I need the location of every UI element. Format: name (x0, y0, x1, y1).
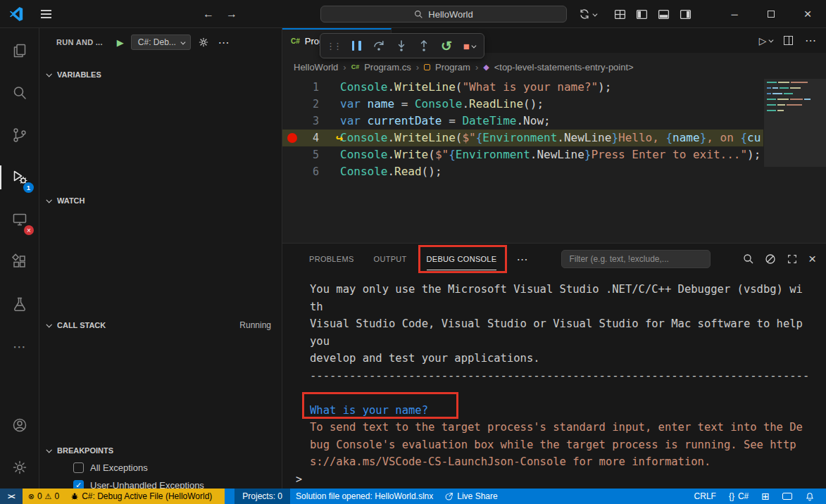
language-indicator[interactable]: {} C# (723, 489, 754, 504)
console-input[interactable]: > (282, 470, 826, 489)
tab-debug-console[interactable]: DEBUG CONSOLE (417, 244, 507, 275)
activity-search[interactable] (0, 72, 39, 114)
pause-button[interactable] (346, 36, 367, 56)
activity-more-views[interactable]: ⋯ (0, 325, 39, 367)
sidebar-title: RUN AND ... (56, 38, 103, 46)
status-screen-icon[interactable] (777, 489, 798, 504)
start-debug-button[interactable]: ▶ (117, 37, 124, 48)
debug-settings-gear-icon[interactable] (198, 37, 209, 48)
close-button[interactable]: × (789, 0, 826, 28)
debug-status-label: C#: Debug Active File (HelloWorld) (82, 491, 212, 501)
minimap[interactable] (764, 79, 826, 243)
search-icon[interactable] (743, 253, 754, 265)
remote-indicator[interactable]: >< (0, 489, 23, 504)
status-bell-icon[interactable] (799, 489, 820, 504)
menu-hamburger-icon[interactable] (41, 10, 51, 18)
search-icon (414, 10, 423, 19)
maximize-button[interactable] (753, 0, 789, 28)
activity-testing[interactable] (0, 283, 39, 325)
checkbox-user-unhandled[interactable]: ✓ (73, 480, 84, 489)
debug-status-group: ⊗ 0 ⚠ 0 C#: Debug Active File (HelloWorl… (23, 489, 225, 504)
checkbox-all-exceptions[interactable]: ✓ (73, 462, 84, 473)
activity-extensions[interactable] (0, 241, 39, 283)
toggle-panel-icon[interactable] (658, 8, 670, 20)
sync-icon[interactable] (579, 0, 596, 28)
error-badge: × (24, 225, 34, 235)
solution-status[interactable]: Solution file opened: HelloWorld.slnx (290, 489, 439, 504)
activity-source-control[interactable] (0, 114, 39, 156)
back-arrow-button[interactable]: ← (199, 0, 218, 28)
call-stack-section-header[interactable]: CALL STACK Running (39, 317, 282, 333)
command-center-search[interactable]: HelloWorld (320, 6, 567, 23)
status-bar-right: CRLF {} C# ⊞ (689, 489, 826, 504)
layout-controls (614, 0, 692, 28)
variables-section-header[interactable]: VARIABLES (39, 67, 282, 82)
status-grid-icon[interactable]: ⊞ (756, 489, 775, 504)
code-lines[interactable]: 1Console.WriteLine("What is your name?")… (282, 79, 763, 180)
step-into-button[interactable] (391, 36, 412, 56)
error-count: 0 (37, 491, 42, 501)
activity-run-and-debug[interactable]: 1 (0, 156, 39, 199)
debug-config-label: C#: Deb... (138, 37, 176, 47)
beaker-icon (11, 296, 28, 313)
code-line-6[interactable]: 6Console.Read(); (282, 163, 763, 180)
activity-settings[interactable] (0, 446, 39, 489)
minimap-code-preview (764, 79, 826, 111)
toggle-secondary-sidebar-icon[interactable] (680, 8, 692, 20)
breakpoint-dot[interactable] (287, 133, 297, 143)
editor-group: C# Program.cs ▷ ⋯ HelloWorld › C# Progra… (282, 28, 826, 243)
drag-handle-icon[interactable]: ⋮⋮ (326, 41, 340, 51)
gear-icon (11, 459, 28, 476)
forward-arrow-button[interactable]: → (222, 0, 242, 28)
panel-more-icon[interactable]: ⋯ (516, 253, 527, 266)
code-line-2[interactable]: 2var name = Console.ReadLine(); (282, 96, 763, 113)
breadcrumb-file[interactable]: Program.cs (364, 62, 411, 73)
live-share-label: Live Share (457, 491, 497, 501)
console-line: you (310, 333, 822, 351)
tab-problems[interactable]: PROBLEMS (299, 244, 364, 275)
minimize-button[interactable]: ─ (716, 0, 753, 28)
breakpoint-item-user-unhandled[interactable]: ✓ User-Unhandled Exceptions (39, 477, 282, 489)
editor-more-icon[interactable]: ⋯ (805, 34, 816, 47)
problems-status[interactable]: ⊗ 0 ⚠ 0 (23, 489, 65, 504)
breadcrumb-folder[interactable]: HelloWorld (294, 62, 338, 73)
stop-button[interactable]: ■ (458, 36, 480, 56)
live-share-button[interactable]: Live Share (439, 489, 503, 504)
console-line: To send text to the target process's sta… (310, 419, 822, 436)
activity-remote-explorer[interactable]: × (0, 199, 39, 241)
csharp-file-icon: C# (291, 37, 300, 45)
clear-console-icon[interactable] (765, 253, 776, 265)
run-or-debug-button[interactable]: ▷ (759, 35, 772, 46)
maximize-panel-icon[interactable] (787, 253, 798, 265)
breadcrumb-entry-point[interactable]: <top-level-statements-entry-point> (494, 62, 634, 73)
sidebar-more-icon[interactable]: ⋯ (218, 36, 229, 49)
console-line: develop and test your applications. (310, 350, 822, 367)
code-line-4[interactable]: 4Console.WriteLine($"{Environment.NewLin… (282, 130, 763, 146)
eol-indicator[interactable]: CRLF (689, 489, 722, 504)
split-editor-icon[interactable] (784, 36, 793, 45)
sidebar-toolbar: RUN AND ... ▶ C#: Deb... ⋯ (39, 28, 282, 56)
step-over-button[interactable] (368, 36, 389, 56)
code-line-3[interactable]: 3var currentDate = DateTime.Now; (282, 113, 763, 130)
warning-icon: ⚠ (45, 492, 52, 501)
customize-layout-icon[interactable] (614, 8, 626, 20)
breakpoints-section-header[interactable]: BREAKPOINTS (39, 443, 282, 458)
code-line-5[interactable]: 5Console.Write($"{Environment.NewLine}Pr… (282, 146, 763, 163)
console-filter-input[interactable] (561, 250, 711, 268)
breadcrumb-class[interactable]: Program (435, 62, 470, 73)
restart-button[interactable]: ↺ (436, 36, 457, 56)
debug-config-dropdown[interactable]: C#: Deb... (131, 34, 192, 50)
activity-explorer[interactable] (0, 30, 39, 72)
extensions-icon (11, 253, 28, 270)
watch-section-header[interactable]: WATCH (39, 193, 282, 208)
debug-status[interactable]: C#: Debug Active File (HelloWorld) (65, 489, 218, 504)
projects-status[interactable]: Projects: 0 (234, 489, 290, 504)
tab-output[interactable]: OUTPUT (364, 244, 417, 275)
code-line-1[interactable]: 1Console.WriteLine("What is your name?")… (282, 79, 763, 96)
close-panel-icon[interactable]: × (808, 251, 816, 267)
step-out-button[interactable] (413, 36, 434, 56)
activity-accounts[interactable] (0, 404, 39, 446)
breakpoint-item-all-exceptions[interactable]: ✓ All Exceptions (39, 459, 282, 476)
debug-toolbar[interactable]: ⋮⋮ ↺ ■ (320, 33, 484, 58)
toggle-primary-sidebar-icon[interactable] (636, 8, 648, 20)
